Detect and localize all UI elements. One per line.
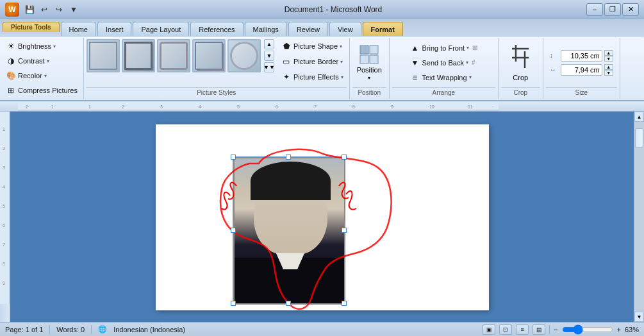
sel-handle-bm[interactable] (286, 301, 291, 306)
svg-text:8: 8 (3, 262, 5, 266)
svg-text:·10·: ·10· (428, 105, 436, 109)
ribbon: ☀ Brightness ▾ ◑ Contrast ▾ 🎨 Recolor ▾ (0, 36, 644, 100)
sel-handle-tl[interactable] (231, 155, 236, 160)
svg-text:5: 5 (3, 204, 5, 208)
width-field: ↔ ▲ ▼ (550, 64, 613, 76)
bring-to-front-icon: ▲ (409, 43, 420, 53)
picture-effects-icon: ✦ (281, 72, 292, 82)
picture-shape-icon: ⬟ (281, 41, 292, 51)
position-label: Position (352, 87, 386, 97)
height-arrows: ▲ ▼ (604, 50, 613, 62)
compress-icon: ⊞ (6, 85, 16, 96)
undo-button[interactable]: ↩ (38, 3, 51, 16)
style-thumb-5[interactable] (227, 39, 261, 72)
style-scroll-down[interactable]: ▼ (264, 51, 274, 61)
recolor-button[interactable]: 🎨 Recolor ▾ (3, 69, 59, 83)
customize-quick-access-button[interactable]: ▼ (67, 3, 80, 16)
contrast-button[interactable]: ◑ Contrast ▾ (3, 54, 59, 68)
close-button[interactable]: ✕ (622, 3, 639, 16)
style-thumb-4[interactable] (192, 39, 226, 72)
size-content: ↕ ▲ ▼ ↔ ▲ ▼ (550, 39, 613, 86)
sel-handle-bl[interactable] (231, 301, 236, 306)
tab-review[interactable]: Review (288, 22, 328, 36)
picture-shape-button[interactable]: ⬟ Picture Shape ▾ (278, 39, 347, 53)
ruler-vertical: 1 2 3 4 5 6 7 8 9 (0, 112, 10, 322)
styles-label: Picture Styles (87, 87, 347, 97)
zoom-slider[interactable] (562, 326, 613, 333)
svg-rect-3 (370, 55, 378, 63)
tab-references[interactable]: References (190, 22, 243, 36)
sel-handle-br[interactable] (342, 301, 347, 306)
tab-mailings[interactable]: Mailings (245, 22, 287, 36)
width-up[interactable]: ▲ (604, 64, 613, 70)
width-down[interactable]: ▼ (604, 70, 613, 76)
word-count: Words: 0 (56, 326, 85, 333)
svg-text:·4·: ·4· (197, 105, 202, 109)
sel-handle-mr[interactable] (342, 228, 347, 233)
view-web-button[interactable]: ⊡ (499, 324, 512, 335)
height-up[interactable]: ▲ (604, 50, 613, 56)
tab-view[interactable]: View (329, 22, 361, 36)
width-input[interactable] (561, 64, 602, 76)
sel-handle-ml[interactable] (231, 228, 236, 233)
picture-frame[interactable] (233, 157, 345, 305)
view-normal-button[interactable]: ▣ (483, 324, 495, 335)
sel-handle-tm[interactable] (286, 155, 291, 160)
scroll-track[interactable] (634, 122, 644, 312)
title-bar: W 💾 ↩ ↪ ▼ Document1 - Microsoft Word − ❐… (0, 0, 644, 19)
brightness-button[interactable]: ☀ Brightness ▾ (3, 39, 59, 53)
svg-text:1: 1 (3, 127, 5, 131)
bring-to-front-button[interactable]: ▲ Bring to Front ▾ ⊞ (406, 41, 481, 55)
tab-page-layout[interactable]: Page Layout (133, 22, 189, 36)
svg-text:·7·: ·7· (313, 105, 318, 109)
tab-home[interactable]: Home (61, 22, 96, 36)
sel-handle-tr[interactable] (342, 155, 347, 160)
tab-format[interactable]: Format (363, 22, 403, 36)
crop-content: Crop (505, 39, 536, 86)
style-thumb-3[interactable] (157, 39, 190, 72)
scrollbar-vertical[interactable]: ▲ ▼ (634, 112, 644, 322)
position-button[interactable]: Position ▾ (352, 41, 386, 84)
ruler-horizontal: ·2· ·1· 1 ·2· ·3· ·4· ·5· ·6· ·7· ·8· ·9… (0, 101, 644, 112)
height-down[interactable]: ▼ (604, 56, 613, 62)
picture-border-icon: ▭ (281, 56, 292, 67)
quick-access-toolbar: 💾 ↩ ↪ ▼ (23, 3, 80, 16)
zoom-sep (549, 325, 550, 334)
text-wrapping-button[interactable]: ≡ Text Wrapping ▾ (406, 71, 474, 85)
compress-pictures-button[interactable]: ⊞ Compress Pictures (3, 83, 81, 97)
status-right: ▣ ⊡ ≡ ▤ − + 63% (483, 324, 639, 335)
minimize-button[interactable]: − (586, 3, 603, 16)
picture-effects-button[interactable]: ✦ Picture Effects ▾ (278, 70, 347, 84)
zoom-out-button[interactable]: − (554, 326, 557, 333)
svg-text:·9·: ·9· (390, 105, 395, 109)
crop-label: Crop (501, 87, 540, 97)
scroll-down-button[interactable]: ▼ (634, 312, 644, 322)
language-label: Indonesian (Indonesia) (113, 326, 185, 333)
style-scroll-up[interactable]: ▲ (264, 39, 274, 49)
view-reading-button[interactable]: ≡ (516, 324, 529, 335)
style-thumb-2[interactable] (122, 39, 155, 72)
office-logo: W (5, 3, 19, 17)
brightness-icon: ☀ (6, 41, 16, 51)
view-print-button[interactable]: ▤ (533, 324, 545, 335)
style-thumbnails: ▲ ▼ ▼▼ (87, 39, 274, 72)
save-button[interactable]: 💾 (23, 3, 36, 16)
crop-button[interactable]: Crop (505, 40, 536, 85)
restore-button[interactable]: ❐ (604, 3, 621, 16)
style-thumb-1[interactable] (87, 39, 120, 72)
picture-border-button[interactable]: ▭ Picture Border ▾ (278, 55, 347, 69)
ribbon-group-styles: ▲ ▼ ▼▼ ⬟ Picture Shape ▾ ▭ Picture Borde… (84, 38, 350, 99)
scroll-thumb[interactable] (635, 128, 643, 147)
tab-insert[interactable]: Insert (97, 22, 132, 36)
height-input[interactable] (561, 50, 602, 62)
document-canvas[interactable] (10, 112, 634, 322)
send-to-back-button[interactable]: ▼ Send to Back ▾ # (406, 56, 478, 70)
main-area: 1 2 3 4 5 6 7 8 9 (0, 112, 644, 322)
scroll-up-button[interactable]: ▲ (634, 112, 644, 122)
style-scroll-more[interactable]: ▼▼ (264, 62, 274, 72)
zoom-in-button[interactable]: + (617, 326, 621, 333)
redo-button[interactable]: ↪ (53, 3, 65, 16)
title-bar-left: W 💾 ↩ ↪ ▼ (5, 3, 80, 17)
svg-text:·3·: ·3· (159, 105, 164, 109)
height-field: ↕ ▲ ▼ (550, 50, 613, 62)
